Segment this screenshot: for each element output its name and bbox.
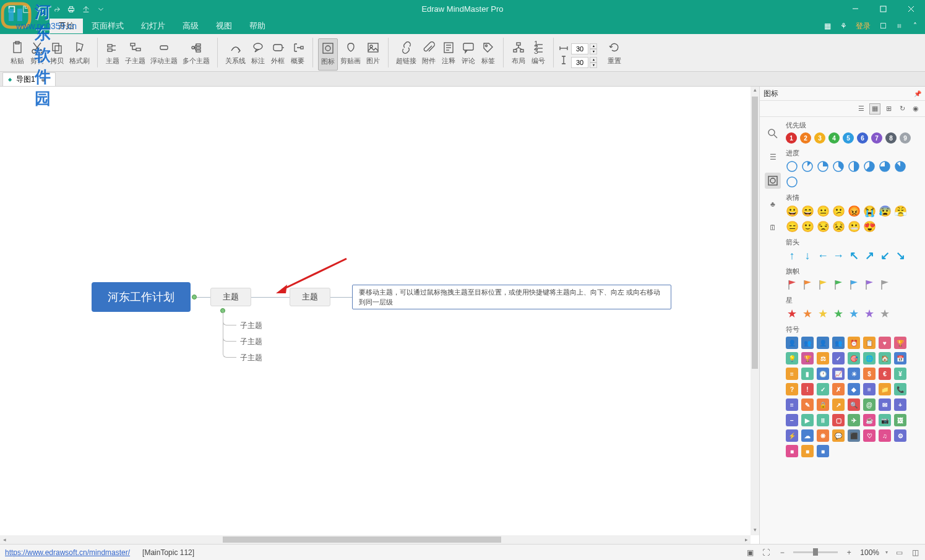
priority-icon-9[interactable]: 9 — [900, 132, 911, 144]
symbol-icon-6[interactable]: ♥ — [879, 337, 891, 349]
apps-icon[interactable]: ⌗ — [893, 20, 905, 32]
symbol-icon-49[interactable]: ☁ — [801, 429, 814, 442]
numbering-button[interactable]: 123编号 — [528, 38, 548, 71]
clipart-button[interactable]: 剪贴画 — [338, 38, 363, 71]
symbol-icon-17[interactable]: ▮ — [801, 368, 814, 380]
flag-icon-3[interactable] — [832, 278, 845, 291]
subtopic-button[interactable]: 子主题 — [123, 38, 148, 71]
face-icon-1[interactable]: 😄 — [801, 205, 814, 217]
symbol-icon-52[interactable]: ⬛ — [848, 429, 860, 442]
symbol-icon-3[interactable]: 👥 — [832, 337, 845, 349]
undo-icon[interactable] — [35, 2, 48, 16]
face-icon-9[interactable]: 🙂 — [801, 220, 814, 233]
sidetab-search[interactable] — [765, 126, 781, 142]
priority-icon-7[interactable]: 7 — [871, 132, 882, 144]
symbol-icon-12[interactable]: 🎯 — [848, 352, 860, 364]
arrow-icon-0[interactable]: ↑ — [786, 249, 798, 262]
login-link[interactable]: 登录 — [853, 21, 873, 32]
fullscreen-icon[interactable]: ◫ — [910, 548, 920, 558]
symbol-icon-42[interactable]: ⏸ — [817, 414, 829, 426]
symbol-icon-56[interactable]: ■ — [786, 445, 798, 457]
sub-topic-1[interactable]: 子主题 — [240, 321, 266, 331]
window-minimize[interactable] — [841, 0, 869, 18]
cloud-icon[interactable]: ▦ — [821, 20, 833, 32]
star-icon-6[interactable]: ★ — [879, 308, 891, 320]
tag-button[interactable]: 标签 — [478, 38, 498, 71]
face-icon-7[interactable]: 😤 — [894, 205, 906, 217]
flag-icon-6[interactable] — [879, 278, 891, 291]
document-tab[interactable]: 导图1 — [2, 72, 56, 86]
symbol-icon-37[interactable]: @ — [863, 398, 876, 411]
central-topic[interactable]: 河东工作计划 — [92, 282, 191, 312]
symbol-icon-28[interactable]: ◆ — [848, 383, 860, 395]
comment-button[interactable]: 评论 — [458, 38, 478, 71]
layout-button[interactable]: 布局 — [509, 38, 528, 71]
symbol-icon-13[interactable]: 🌐 — [863, 352, 876, 364]
symbol-icon-9[interactable]: 🏆 — [801, 352, 814, 364]
symbol-icon-38[interactable]: ✉ — [879, 398, 891, 411]
canvas-area[interactable]: 河东工作计划 主题 主题 子主题 子主题 子主题 要移动主题，可以通过鼠标拖拽主… — [0, 87, 759, 544]
symbol-icon-48[interactable]: ⚡ — [786, 429, 798, 442]
multi-topic-button[interactable]: 多个主题 — [180, 38, 212, 71]
symbol-icon-53[interactable]: ♡ — [863, 429, 876, 442]
main-topic-1[interactable]: 主题 — [210, 288, 251, 306]
presentation-icon[interactable]: ▭ — [894, 548, 904, 558]
height-spinner[interactable]: ▴▾ — [590, 57, 597, 68]
symbol-icon-27[interactable]: ✗ — [832, 383, 845, 395]
sub-topic-2[interactable]: 子主题 — [240, 337, 266, 347]
symbol-icon-26[interactable]: ✓ — [817, 383, 829, 395]
symbol-icon-25[interactable]: ! — [801, 383, 814, 395]
symbol-icon-33[interactable]: ✎ — [801, 398, 814, 411]
symbol-icon-11[interactable]: ✓ — [832, 352, 845, 364]
progress-icon-0[interactable] — [786, 160, 798, 173]
fit-page-icon[interactable]: ▣ — [745, 548, 755, 558]
symbol-icon-58[interactable]: ■ — [817, 445, 829, 457]
flag-icon-2[interactable] — [817, 278, 829, 291]
symbol-icon-30[interactable]: 📁 — [879, 383, 891, 395]
window-maximize[interactable] — [869, 0, 897, 18]
menu-start[interactable]: 开始 — [49, 19, 83, 33]
symbol-icon-40[interactable]: − — [786, 414, 798, 426]
relation-button[interactable]: 关系线 — [223, 38, 248, 71]
symbol-icon-24[interactable]: ? — [786, 383, 798, 395]
progress-icon-6[interactable] — [879, 160, 891, 173]
sidetab-icons[interactable] — [765, 173, 781, 189]
star-icon-3[interactable]: ★ — [832, 308, 845, 320]
horizontal-scrollbar[interactable]: ◂ ▸ — [0, 535, 751, 544]
export-icon[interactable] — [79, 2, 93, 16]
width-input[interactable] — [571, 43, 588, 54]
face-icon-13[interactable]: 😍 — [863, 220, 876, 233]
zoom-out-icon[interactable]: − — [777, 548, 787, 558]
symbol-icon-32[interactable]: ≡ — [786, 398, 798, 411]
symbol-icon-5[interactable]: 📋 — [863, 337, 876, 349]
symbol-icon-50[interactable]: ❋ — [817, 429, 829, 442]
symbol-icon-4[interactable]: ⏰ — [848, 337, 860, 349]
paste-button[interactable]: 粘贴 — [7, 38, 27, 71]
app-logo-icon[interactable] — [5, 2, 19, 16]
symbol-icon-57[interactable]: ■ — [801, 445, 814, 457]
symbol-icon-7[interactable]: 🏆 — [894, 337, 906, 349]
priority-icon-5[interactable]: 5 — [843, 132, 854, 144]
symbol-icon-10[interactable]: ⚖ — [817, 352, 829, 364]
progress-icon-5[interactable] — [863, 160, 876, 173]
copy-button[interactable]: 拷贝 — [47, 38, 67, 71]
height-input[interactable] — [571, 57, 588, 68]
summary-button[interactable]: 概要 — [288, 38, 308, 71]
symbol-icon-20[interactable]: ☀ — [848, 368, 860, 380]
visibility-icon[interactable]: ◉ — [910, 103, 921, 114]
window-close[interactable] — [897, 0, 925, 18]
expand-handle[interactable] — [192, 295, 197, 299]
main-topic-2[interactable]: 主题 — [290, 288, 330, 306]
symbol-icon-34[interactable]: 🔒 — [817, 398, 829, 411]
arrow-icon-1[interactable]: ↓ — [801, 249, 814, 262]
symbol-icon-16[interactable]: ≡ — [786, 368, 798, 380]
face-icon-3[interactable]: 😕 — [832, 205, 845, 217]
reset-button[interactable]: 重置 — [604, 38, 624, 71]
menu-view[interactable]: 视图 — [207, 19, 241, 33]
symbol-icon-21[interactable]: $ — [863, 368, 876, 380]
symbol-icon-43[interactable]: ▢ — [832, 414, 845, 426]
refresh-icons-icon[interactable]: ↻ — [897, 103, 908, 114]
symbol-icon-47[interactable]: 🖼 — [894, 414, 906, 426]
flag-icon-5[interactable] — [863, 278, 876, 291]
picture-button[interactable]: 图片 — [363, 38, 383, 71]
